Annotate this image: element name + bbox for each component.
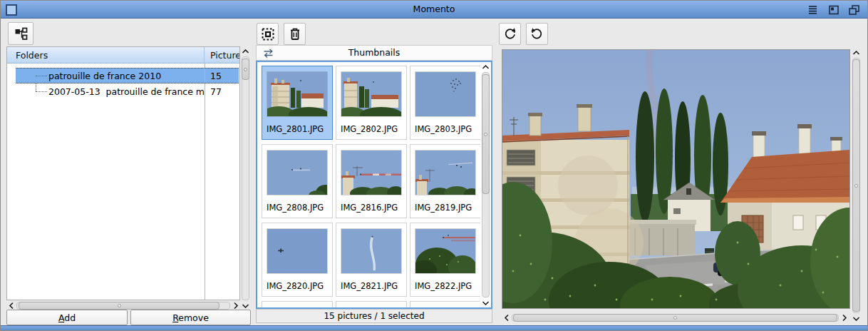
thumbnail-filename: IMG_2821.JPG bbox=[341, 281, 398, 291]
thumbnail-image bbox=[341, 72, 401, 116]
thumbnail-filename: IMG_2801.JPG bbox=[267, 124, 324, 134]
rotate-right-button[interactable] bbox=[526, 23, 548, 45]
preview-horizontal-scrollbar[interactable] bbox=[502, 312, 849, 323]
preview-image bbox=[502, 50, 849, 308]
panel-splitter-right[interactable] bbox=[493, 21, 497, 323]
thumbnail-card[interactable]: IMG_2808.JPG bbox=[262, 144, 333, 218]
scroll-right-icon[interactable] bbox=[231, 300, 240, 310]
window-title: Momento bbox=[1, 1, 867, 19]
thumbnail-card[interactable] bbox=[336, 301, 407, 307]
rotate-left-button[interactable] bbox=[499, 23, 521, 45]
delete-button[interactable] bbox=[284, 23, 306, 45]
thumbnail-card[interactable]: IMG_2822.JPG bbox=[410, 223, 480, 297]
thumbnails-grid: IMG_2801.JPGIMG_2802.JPGIMG_2803.JPGIMG_… bbox=[257, 62, 480, 307]
tree-branch bbox=[36, 76, 47, 76]
thumbnails-view[interactable]: IMG_2801.JPGIMG_2802.JPGIMG_2803.JPGIMG_… bbox=[256, 61, 492, 309]
status-text: 15 pictures / 1 selected bbox=[324, 311, 424, 321]
thumbnail-image bbox=[341, 151, 401, 195]
thumbnail-card[interactable]: IMG_2803.JPG bbox=[410, 66, 480, 140]
panel-splitter-left[interactable] bbox=[251, 21, 255, 323]
preview-viewport[interactable] bbox=[502, 49, 850, 309]
thumbnail-image bbox=[415, 229, 475, 273]
add-button[interactable]: Add bbox=[6, 310, 128, 325]
thumbnail-filename: IMG_2808.JPG bbox=[267, 203, 324, 213]
thumbnail-filename: IMG_2819.JPG bbox=[415, 203, 472, 213]
thumbnail-image bbox=[267, 229, 327, 273]
scrollbar-track[interactable] bbox=[852, 58, 860, 313]
scroll-left-icon[interactable] bbox=[6, 300, 16, 310]
scroll-up-icon[interactable] bbox=[240, 46, 251, 56]
folder-picture-count: 77 bbox=[205, 86, 239, 97]
momento-window: Momento Folders Pictures bbox=[0, 0, 868, 331]
rotate-left-icon bbox=[502, 26, 517, 41]
shade-icon[interactable] bbox=[827, 4, 839, 16]
thumbnail-card[interactable]: IMG_2801.JPG bbox=[262, 66, 333, 140]
thumbnail-filename: IMG_2803.JPG bbox=[415, 124, 472, 134]
column-separator bbox=[205, 63, 205, 300]
thumbnail-card[interactable] bbox=[410, 301, 480, 307]
remove-button-label: Remove bbox=[172, 312, 209, 323]
folder-name: patrouille de france 2010 bbox=[48, 71, 161, 81]
thumbnails-vertical-scrollbar[interactable] bbox=[480, 62, 491, 307]
scroll-up-icon[interactable] bbox=[480, 62, 491, 71]
select-all-icon bbox=[261, 27, 275, 41]
column-header-folders[interactable]: Folders bbox=[7, 47, 205, 63]
menu-icon[interactable] bbox=[807, 4, 819, 16]
scroll-down-icon[interactable] bbox=[850, 314, 862, 323]
scrollbar-thumb[interactable] bbox=[482, 74, 490, 194]
titlebar[interactable]: Momento bbox=[1, 1, 867, 19]
thumbnail-image bbox=[415, 72, 475, 116]
thumbnail-filename: IMG_2822.JPG bbox=[415, 281, 472, 291]
tree-branch bbox=[36, 91, 47, 92]
scroll-right-icon[interactable] bbox=[839, 312, 849, 323]
scroll-left-icon[interactable] bbox=[502, 312, 511, 323]
folders-table: Folders Pictures patrouille de france 20… bbox=[6, 46, 240, 300]
thumbnails-header-label: Thumbnails bbox=[257, 46, 492, 60]
column-header-pictures[interactable]: Pictures bbox=[205, 47, 239, 63]
remove-button[interactable]: Remove bbox=[130, 310, 251, 325]
scrollbar-thumb[interactable] bbox=[19, 302, 219, 310]
scrollbar-thumb[interactable] bbox=[852, 59, 860, 312]
add-button-label: Add bbox=[58, 312, 76, 323]
thumbnail-image bbox=[415, 151, 475, 195]
thumbnails-column-header[interactable]: Thumbnails bbox=[256, 45, 492, 61]
folder-name: 2007-05-13 patrouille de france meeting bbox=[48, 86, 205, 97]
thumbnail-card[interactable] bbox=[262, 301, 333, 307]
scrollbar-track[interactable] bbox=[242, 56, 249, 300]
thumbnail-card[interactable]: IMG_2816.JPG bbox=[336, 144, 407, 218]
thumbnail-filename: IMG_2802.JPG bbox=[341, 124, 398, 134]
folders-vertical-scrollbar[interactable] bbox=[240, 46, 251, 310]
scrollbar-thumb[interactable] bbox=[513, 314, 837, 322]
thumbnail-image bbox=[267, 72, 327, 116]
scroll-down-icon[interactable] bbox=[480, 298, 491, 307]
folders-table-header: Folders Pictures bbox=[7, 47, 239, 63]
window-bottom-frame bbox=[1, 325, 867, 330]
thumbnail-image bbox=[341, 229, 401, 273]
select-all-button[interactable] bbox=[257, 23, 279, 45]
trash-icon bbox=[289, 27, 301, 41]
thumbnail-image bbox=[267, 151, 327, 195]
thumbnails-status-bar: 15 pictures / 1 selected bbox=[256, 309, 492, 323]
folder-tree-button[interactable] bbox=[8, 22, 33, 45]
folder-tree-icon bbox=[14, 27, 28, 40]
scrollbar-track[interactable] bbox=[16, 302, 230, 310]
scrollbar-track[interactable] bbox=[482, 72, 490, 297]
thumbnail-card[interactable]: IMG_2821.JPG bbox=[336, 223, 407, 297]
rotate-right-icon bbox=[529, 26, 544, 41]
folder-picture-count: 15 bbox=[205, 71, 239, 81]
thumbnail-card[interactable]: IMG_2802.JPG bbox=[336, 66, 407, 140]
thumbnail-card[interactable]: IMG_2820.JPG bbox=[262, 223, 333, 297]
scroll-up-icon[interactable] bbox=[850, 48, 862, 57]
scrollbar-track[interactable] bbox=[512, 314, 839, 322]
thumbnail-card[interactable]: IMG_2819.JPG bbox=[410, 144, 480, 218]
thumbnail-filename: IMG_2816.JPG bbox=[341, 203, 398, 213]
folders-horizontal-scrollbar[interactable] bbox=[6, 300, 240, 310]
restore-icon[interactable] bbox=[848, 4, 860, 16]
preview-vertical-scrollbar[interactable] bbox=[850, 48, 862, 323]
thumbnail-filename: IMG_2820.JPG bbox=[267, 281, 324, 291]
scrollbar-thumb[interactable] bbox=[242, 58, 249, 80]
